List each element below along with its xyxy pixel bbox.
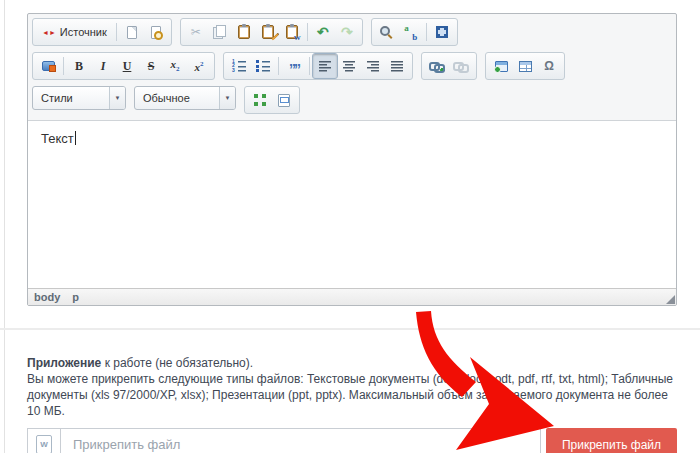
- attachment-heading-bold: Приложение: [27, 356, 101, 370]
- iframe-icon: [495, 61, 508, 72]
- toolbar-separator: [426, 23, 427, 41]
- format-combo-label: Обычное: [135, 87, 219, 109]
- toolbar-separator: [307, 23, 308, 41]
- align-right-button[interactable]: [361, 54, 385, 78]
- align-right-icon: [367, 61, 379, 72]
- copy-button[interactable]: [208, 20, 232, 44]
- bold-button[interactable]: B: [67, 54, 91, 78]
- image-icon: [42, 61, 55, 71]
- superscript-button[interactable]: x2: [187, 54, 211, 78]
- toolbar-group-basicstyles: B I U S x2 x2: [32, 52, 215, 80]
- undo-icon: ↶: [317, 25, 329, 39]
- italic-button[interactable]: I: [91, 54, 115, 78]
- section-divider: [0, 328, 700, 330]
- select-all-button[interactable]: [430, 20, 454, 44]
- strikethrough-button[interactable]: S: [139, 54, 163, 78]
- select-all-icon: [436, 26, 448, 38]
- align-justify-button[interactable]: [385, 54, 409, 78]
- show-blocks-icon: [278, 94, 290, 107]
- attach-file-button[interactable]: Прикрепить файл: [546, 428, 677, 453]
- path-element-body[interactable]: body: [34, 291, 60, 303]
- source-button-label: Источник: [60, 26, 107, 38]
- toolbar-separator: [309, 57, 310, 75]
- numbered-list-button[interactable]: [227, 54, 251, 78]
- subscript-button[interactable]: x2: [163, 54, 187, 78]
- file-type-button[interactable]: W: [27, 428, 61, 453]
- toolbar-group-paragraph: ””: [223, 52, 413, 80]
- toolbar-row-3: Стили ▼ Обычное ▼: [32, 86, 672, 114]
- underline-button[interactable]: U: [115, 54, 139, 78]
- bulleted-list-button[interactable]: [251, 54, 275, 78]
- bulleted-list-icon: [256, 60, 270, 72]
- format-combo[interactable]: Обычное ▼: [134, 86, 236, 110]
- toolbar-group-clipboard: ✂ W ↶: [180, 18, 363, 46]
- maximize-button[interactable]: [248, 88, 272, 112]
- rich-text-editor: ◄► Источник ✂: [27, 13, 677, 306]
- toolbar-group-document: ◄► Источник: [32, 18, 172, 46]
- search-icon: [380, 26, 393, 39]
- word-file-icon: W: [36, 435, 52, 453]
- toolbar-separator: [278, 57, 279, 75]
- copy-icon: [213, 25, 226, 39]
- unlink-button[interactable]: [449, 54, 473, 78]
- styles-combo[interactable]: Стили ▼: [32, 86, 126, 110]
- show-blocks-button[interactable]: [272, 88, 296, 112]
- attachment-heading: Приложение к работе (не обязательно).: [27, 355, 677, 371]
- page-left-border: [4, 0, 5, 453]
- toolbar-group-find: [371, 18, 458, 46]
- toolbar-separator: [116, 23, 117, 41]
- italic-icon: I: [101, 59, 106, 74]
- resize-handle[interactable]: [666, 295, 675, 304]
- align-left-icon: [319, 61, 331, 72]
- toolbar-row-2: B I U S x2 x2: [32, 52, 672, 80]
- special-char-button[interactable]: Ω: [537, 54, 561, 78]
- source-button[interactable]: ◄► Источник: [36, 20, 113, 44]
- bold-icon: B: [75, 59, 83, 74]
- chevron-down-icon: ▼: [109, 87, 125, 109]
- replace-button[interactable]: [399, 20, 423, 44]
- editor-toolbar: ◄► Источник ✂: [28, 14, 676, 120]
- toolbar-group-links: [421, 52, 477, 80]
- toolbar-row-1: ◄► Источник ✂: [32, 18, 672, 46]
- redo-icon: ↷: [341, 25, 353, 39]
- align-center-icon: [343, 61, 355, 72]
- toolbar-group-tools: [244, 86, 300, 114]
- insert-iframe-button[interactable]: [489, 54, 513, 78]
- new-page-icon: [127, 26, 137, 39]
- insert-image-button[interactable]: [36, 54, 60, 78]
- attachment-heading-rest: к работе (не обязательно).: [101, 356, 253, 370]
- undo-button[interactable]: ↶: [311, 20, 335, 44]
- toolbar-separator: [63, 57, 64, 75]
- file-attach-row: W Прикрепить файл: [27, 428, 677, 453]
- find-button[interactable]: [375, 20, 399, 44]
- path-element-p[interactable]: p: [72, 291, 79, 303]
- underline-icon: U: [123, 59, 132, 74]
- attachment-section: Приложение к работе (не обязательно). Вы…: [27, 355, 677, 453]
- replace-icon: [404, 26, 417, 39]
- paste-from-word-button[interactable]: W: [280, 20, 304, 44]
- cut-icon: ✂: [191, 26, 201, 38]
- attach-file-input[interactable]: [61, 428, 541, 453]
- paste-icon: [238, 25, 250, 39]
- redo-button[interactable]: ↷: [335, 20, 359, 44]
- paste-button[interactable]: [232, 20, 256, 44]
- text-cursor: [75, 131, 76, 145]
- attachment-description: Вы можете прикрепить следующие типы файл…: [27, 371, 677, 419]
- strikethrough-icon: S: [148, 59, 155, 74]
- preview-button[interactable]: [144, 20, 168, 44]
- paste-plain-text-button[interactable]: [256, 20, 280, 44]
- new-page-button[interactable]: [120, 20, 144, 44]
- insert-table-button[interactable]: [513, 54, 537, 78]
- cut-button[interactable]: ✂: [184, 20, 208, 44]
- word-letter-overlay: W: [294, 34, 301, 42]
- align-center-button[interactable]: [337, 54, 361, 78]
- styles-combo-label: Стили: [33, 87, 109, 109]
- toolbar-group-insert: Ω: [485, 52, 565, 80]
- link-button[interactable]: [425, 54, 449, 78]
- maximize-icon: [254, 94, 266, 106]
- blockquote-button[interactable]: ””: [282, 54, 306, 78]
- preview-icon: [151, 26, 161, 39]
- align-left-button[interactable]: [313, 54, 337, 78]
- omega-icon: Ω: [544, 59, 554, 73]
- editor-content-area[interactable]: Текст: [28, 120, 676, 288]
